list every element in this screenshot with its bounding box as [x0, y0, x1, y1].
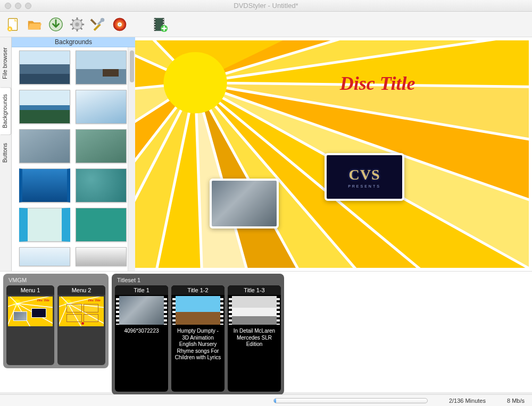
menu-button-clip-2[interactable]: CVS PRESENTS	[325, 153, 404, 201]
svg-rect-29	[163, 21, 164, 22]
timeline-title-1-2[interactable]: Title 1-2 Humpty Dumpty - 3D Animation E…	[171, 285, 225, 392]
menu-canvas[interactable]: Disc Title CVS PRESENTS	[135, 40, 529, 268]
svg-rect-25	[154, 24, 155, 25]
item-label: Title 1	[115, 285, 168, 295]
background-thumb[interactable]	[76, 247, 127, 266]
side-tabs: File browser Backgrounds Buttons	[0, 37, 12, 271]
background-thumb[interactable]	[19, 129, 70, 163]
item-label: Title 1-2	[171, 285, 225, 295]
svg-point-53	[163, 52, 227, 113]
item-caption: 4096*3072223	[115, 326, 168, 392]
svg-rect-15	[90, 19, 97, 25]
svg-point-14	[101, 18, 105, 22]
background-thumb[interactable]	[19, 208, 70, 242]
background-thumb[interactable]	[76, 168, 127, 202]
svg-line-11	[72, 28, 74, 29]
burn-disc-button[interactable]	[111, 15, 129, 33]
item-label: Title 1-3	[228, 285, 281, 295]
status-bar: 2/136 Minutes 8 Mb/s	[0, 394, 532, 406]
menu-canvas-wrap: Disc Title CVS PRESENTS	[135, 37, 532, 271]
item-label: Menu 1	[6, 285, 54, 295]
cvs-presents-text: PRESENTS	[348, 184, 381, 188]
svg-rect-27	[154, 29, 155, 30]
background-thumb[interactable]	[19, 90, 70, 124]
background-thumb[interactable]	[76, 90, 127, 124]
menu-thumb: Disc Title	[59, 297, 104, 326]
cvs-logo-text: CVS	[348, 166, 380, 183]
menu-button-clip-1[interactable]	[210, 179, 279, 229]
svg-rect-23	[154, 19, 155, 20]
window-controls	[5, 3, 31, 9]
item-caption: Humpty Dumpty - 3D Animation English Nur…	[171, 326, 225, 392]
minimize-window-button[interactable]	[15, 3, 21, 9]
svg-line-12	[81, 19, 82, 21]
settings-button[interactable]	[68, 15, 86, 33]
background-thumb[interactable]	[19, 168, 70, 202]
svg-point-19	[119, 23, 121, 26]
panel-header: Backgrounds	[12, 37, 135, 47]
zoom-window-button[interactable]	[25, 3, 31, 9]
main-toolbar	[0, 12, 532, 37]
minutes-status: 2/136 Minutes	[449, 397, 486, 404]
svg-line-9	[72, 19, 74, 21]
svg-rect-26	[154, 26, 155, 27]
timeline-menu-1[interactable]: Menu 1 Disc Title	[6, 285, 54, 365]
timeline-group-vmgm[interactable]: VMGM Menu 1 Disc Title Menu 2 Disc Title	[3, 274, 109, 368]
timeline-menu-2[interactable]: Menu 2 Disc Title	[57, 285, 105, 365]
group-label: VMGM	[6, 276, 105, 285]
group-label: Titleset 1	[115, 276, 281, 285]
main-area: File browser Backgrounds Buttons Backgro…	[0, 37, 532, 271]
open-folder-button[interactable]	[26, 15, 44, 33]
tab-backgrounds[interactable]: Backgrounds	[0, 87, 11, 135]
menu-thumb: Disc Title	[8, 297, 53, 326]
timeline-group-titleset-1[interactable]: Titleset 1 Title 1 4096*3072223 Title 1-…	[112, 274, 284, 395]
item-label: Menu 2	[57, 285, 105, 295]
backgrounds-panel: Backgrounds	[12, 37, 135, 271]
background-thumb[interactable]	[76, 208, 127, 242]
disc-usage-progress	[273, 398, 428, 403]
bitrate-status: 8 Mb/s	[507, 397, 525, 404]
tab-buttons[interactable]: Buttons	[0, 136, 11, 170]
backgrounds-grid	[12, 47, 128, 271]
timeline: VMGM Menu 1 Disc Title Menu 2 Disc Title	[0, 271, 532, 392]
window-title: DVDStyler - Untitled*	[0, 2, 532, 10]
svg-rect-30	[163, 24, 164, 25]
save-button[interactable]	[47, 15, 65, 33]
new-file-button[interactable]	[4, 15, 22, 33]
svg-rect-24	[154, 21, 155, 22]
background-thumb[interactable]	[76, 50, 127, 84]
background-thumb[interactable]	[19, 247, 70, 266]
background-thumb[interactable]	[76, 129, 127, 163]
tab-file-browser[interactable]: File browser	[0, 40, 11, 86]
disc-title-text[interactable]: Disc Title	[340, 72, 415, 95]
backgrounds-scrollbar[interactable]	[128, 47, 135, 271]
item-caption: In Detail McLaren Mercedes SLR Edition	[228, 326, 281, 392]
svg-line-10	[81, 28, 82, 29]
background-thumb[interactable]	[19, 50, 70, 84]
close-window-button[interactable]	[5, 3, 11, 9]
add-video-button[interactable]	[151, 15, 169, 33]
svg-rect-28	[163, 19, 164, 20]
svg-point-4	[75, 22, 79, 27]
tools-button[interactable]	[89, 15, 107, 33]
timeline-title-1-3[interactable]: Title 1-3 In Detail McLaren Mercedes SLR…	[228, 285, 281, 392]
window-titlebar: DVDStyler - Untitled*	[0, 0, 532, 12]
timeline-title-1[interactable]: Title 1 4096*3072223	[115, 285, 168, 392]
